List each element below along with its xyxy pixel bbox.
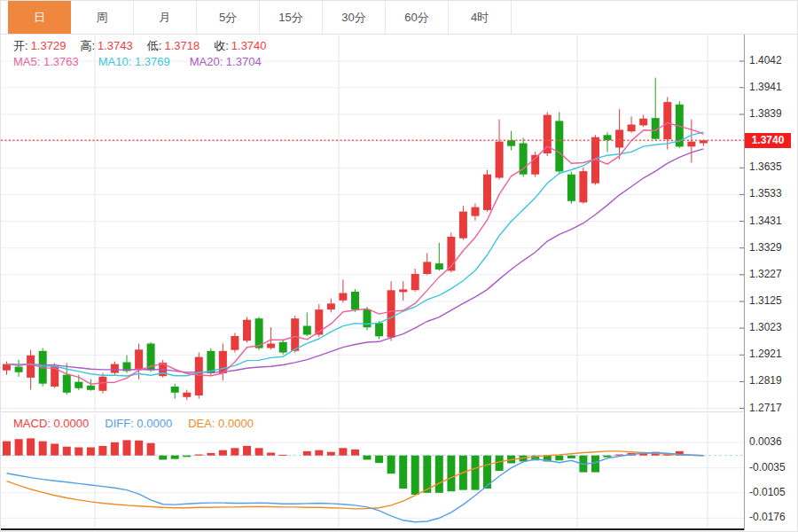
candle-body — [555, 121, 563, 171]
candle-body — [399, 289, 407, 292]
open-value: 1.3729 — [31, 39, 66, 52]
ohlc-infobar: 开:1.3729高:1.3743低:1.3718收:1.3740 — [13, 38, 281, 54]
macd-bar — [364, 456, 372, 460]
close-label: 收: — [214, 39, 229, 52]
ma-infobar: MA5: 1.3763MA10: 1.3769MA20: 1.3704 — [13, 55, 262, 68]
diff-value: DIFF: 0.0000 — [105, 417, 172, 430]
macd-tick-label: -0.0105 — [749, 486, 786, 498]
ma10-value: MA10: 1.3769 — [98, 55, 170, 68]
candle-body — [315, 309, 323, 334]
candle-body — [231, 336, 239, 350]
candle-body — [387, 290, 395, 337]
macd-bar — [351, 450, 359, 456]
price-tick-label: 1.3533 — [749, 187, 782, 200]
macd-histogram — [3, 438, 695, 495]
macd-bar — [375, 456, 383, 463]
macd-bar — [447, 456, 455, 492]
price-tick-label: 1.3839 — [749, 107, 782, 120]
macd-bar — [135, 441, 143, 456]
ma20-value: MA20: 1.3704 — [190, 55, 262, 68]
candle-body — [496, 142, 504, 178]
tab-period-4时[interactable]: 4时 — [449, 1, 512, 34]
candle-body — [98, 377, 106, 391]
price-tick-label: 1.4042 — [749, 54, 782, 66]
tab-period-月[interactable]: 月 — [134, 1, 197, 34]
price-tick-label: 1.2921 — [749, 348, 782, 360]
candle-body — [687, 142, 695, 147]
price-tick-label: 1.3125 — [749, 294, 782, 307]
tab-period-日[interactable]: 日 — [8, 1, 71, 34]
candle-body — [87, 386, 95, 390]
macd-bar — [567, 456, 575, 458]
candle-body — [567, 175, 575, 201]
candle-body — [327, 303, 335, 309]
candlestick-chart[interactable] — [1, 35, 744, 412]
macd-bar — [303, 451, 311, 456]
macd-bar — [472, 456, 480, 490]
high-label: 高: — [80, 39, 95, 52]
candle-body — [663, 102, 671, 139]
macd-bar — [231, 448, 239, 455]
price-tick-label: 1.3941 — [749, 81, 782, 93]
tab-period-60分[interactable]: 60分 — [386, 1, 449, 34]
macd-bar — [327, 452, 335, 456]
macd-bar — [591, 456, 599, 473]
candle-body — [520, 144, 528, 175]
close-value: 1.3740 — [231, 39, 267, 52]
candle-body — [639, 119, 647, 126]
macd-infobar: MACD: 0.0000DIFF: 0.0000DEA: 0.0000 — [13, 417, 254, 430]
macd-bar — [123, 440, 131, 455]
bottom-border — [1, 528, 744, 530]
candles — [3, 78, 708, 401]
macd-bar — [219, 450, 227, 456]
candle-body — [507, 140, 515, 146]
candle-body — [63, 375, 71, 393]
ma5-value: MA5: 1.3763 — [13, 55, 79, 68]
candle-body — [111, 364, 119, 373]
candle-body — [351, 292, 359, 309]
macd-bar — [604, 456, 612, 458]
macd-bar — [555, 456, 563, 461]
low-value: 1.3718 — [164, 39, 200, 52]
macd-bar — [315, 450, 323, 456]
macd-bar — [98, 446, 106, 456]
dea-value: DEA: 0.0000 — [188, 417, 254, 430]
candle-body — [291, 318, 299, 351]
macd-bar — [63, 447, 71, 456]
current-price-badge: 1.3740 — [745, 133, 791, 148]
macd-chart[interactable] — [1, 414, 744, 530]
macd-bar — [339, 448, 347, 455]
macd-bar — [279, 455, 287, 456]
macd-bar — [51, 444, 59, 456]
candle-body — [411, 274, 419, 290]
candle-body — [243, 320, 251, 341]
candle-body — [375, 323, 383, 336]
macd-bar — [207, 453, 215, 456]
macd-tick-label: -0.0176 — [749, 511, 786, 523]
candle-body — [423, 262, 431, 274]
candle-body — [15, 367, 23, 372]
macd-bar — [147, 443, 155, 456]
macd-bar — [159, 456, 167, 460]
price-tick-label: 1.3431 — [749, 215, 782, 227]
candle-body — [628, 125, 636, 132]
candle-body — [303, 326, 311, 335]
period-tabbar: 日周月5分15分30分60分4时 — [1, 1, 798, 35]
price-tick-label: 1.2717 — [749, 402, 782, 414]
candle-body — [604, 135, 612, 140]
macd-bar — [87, 448, 95, 456]
tab-period-周[interactable]: 周 — [71, 1, 134, 34]
tab-period-30分[interactable]: 30分 — [323, 1, 386, 34]
candle-body — [472, 207, 480, 216]
candle-body — [27, 356, 35, 378]
macd-bar — [27, 438, 35, 455]
macd-bar — [15, 439, 23, 456]
candle-body — [135, 349, 143, 369]
tab-period-5分[interactable]: 5分 — [197, 1, 260, 34]
tab-period-15分[interactable]: 15分 — [260, 1, 323, 34]
price-tick-label: 1.3023 — [749, 321, 782, 333]
macd-value: MACD: 0.0000 — [13, 417, 89, 430]
macd-bar — [435, 456, 443, 493]
open-label: 开: — [13, 39, 28, 52]
candle-body — [483, 175, 491, 210]
